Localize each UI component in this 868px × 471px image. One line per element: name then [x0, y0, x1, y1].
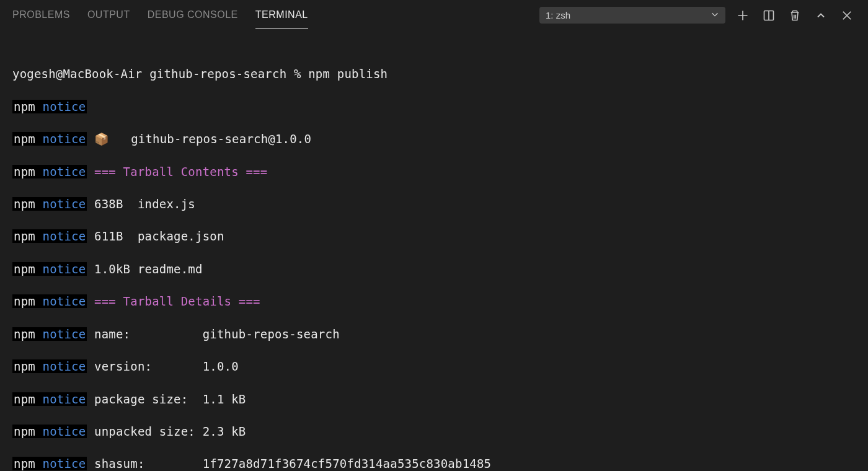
maximize-panel-button[interactable] [812, 7, 830, 24]
terminal-text: shasum: 1f727a8d71f3674cf570fd314aa535c8… [94, 457, 491, 470]
notice-label: notice [43, 294, 86, 308]
terminal-prompt: yogesh@MacBook-Air github-repos-search %… [12, 67, 388, 81]
npm-prefix: npm [14, 294, 35, 308]
terminal-text: unpacked size: 2.3 kB [94, 425, 246, 438]
tab-problems[interactable]: PROBLEMS [12, 2, 70, 29]
notice-label: notice [43, 100, 86, 113]
notice-label: notice [43, 229, 86, 243]
panel-tabs: PROBLEMS OUTPUT DEBUG CONSOLE TERMINAL [12, 2, 539, 29]
npm-prefix: npm [14, 165, 35, 178]
npm-prefix: npm [14, 425, 35, 438]
kill-terminal-button[interactable] [786, 7, 804, 24]
panel-controls: 1: zsh [539, 7, 856, 24]
close-panel-button[interactable] [838, 7, 856, 24]
notice-label: notice [43, 165, 86, 178]
terminal-text: package size: 1.1 kB [94, 392, 246, 406]
chevron-down-icon [711, 10, 719, 20]
terminal-text: 1.0kB readme.md [94, 262, 203, 276]
npm-prefix: npm [14, 262, 35, 276]
notice-label: notice [43, 132, 86, 146]
terminal-text: version: 1.0.0 [94, 359, 239, 373]
terminal-selector-dropdown[interactable]: 1: zsh [539, 7, 725, 24]
terminal-selector-label: 1: zsh [546, 10, 570, 20]
notice-label: notice [43, 359, 86, 373]
npm-prefix: npm [14, 392, 35, 406]
tab-debug-console[interactable]: DEBUG CONSOLE [148, 2, 238, 29]
terminal-text: 611B package.json [94, 229, 224, 243]
new-terminal-button[interactable] [734, 7, 751, 24]
npm-prefix: npm [14, 229, 35, 243]
notice-label: notice [43, 425, 86, 438]
notice-label: notice [43, 327, 86, 341]
tarball-details-header: === Tarball Details === [94, 294, 260, 308]
terminal-text: name: github-repos-search [94, 327, 340, 341]
notice-label: notice [43, 262, 86, 276]
notice-label: notice [43, 197, 86, 211]
tab-terminal[interactable]: TERMINAL [255, 2, 308, 29]
terminal-output[interactable]: yogesh@MacBook-Air github-repos-search %… [0, 31, 868, 471]
tab-output[interactable]: OUTPUT [87, 2, 130, 29]
panel-header: PROBLEMS OUTPUT DEBUG CONSOLE TERMINAL 1… [0, 0, 868, 31]
npm-prefix: npm [14, 100, 35, 113]
npm-prefix: npm [14, 457, 35, 470]
npm-prefix: npm [14, 132, 35, 146]
package-emoji-icon: 📦 [94, 132, 109, 146]
npm-prefix: npm [14, 327, 35, 341]
terminal-text: github-repos-search@1.0.0 [109, 132, 311, 146]
split-terminal-button[interactable] [760, 7, 777, 24]
npm-prefix: npm [14, 359, 35, 373]
notice-label: notice [43, 392, 86, 406]
tarball-contents-header: === Tarball Contents === [94, 165, 267, 178]
notice-label: notice [43, 457, 86, 470]
npm-prefix: npm [14, 197, 35, 211]
terminal-text: 638B index.js [94, 197, 195, 211]
